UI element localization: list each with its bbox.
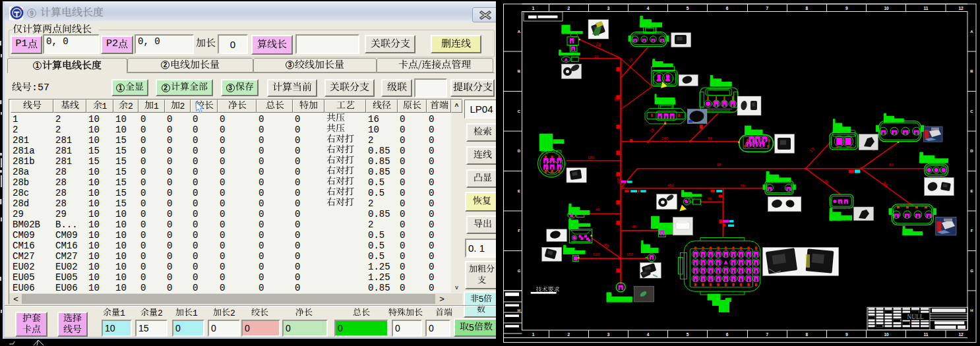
svg-text:12: 12	[958, 6, 964, 11]
svg-text:D: D	[518, 149, 521, 153]
svg-text:12: 12	[958, 332, 964, 337]
svg-text:8: 8	[806, 6, 809, 11]
svg-text:8: 8	[806, 332, 809, 337]
svg-text:4: 4	[647, 6, 650, 11]
svg-text:6: 6	[726, 6, 729, 11]
svg-text:9: 9	[845, 6, 848, 11]
svg-text:78: 78	[707, 197, 712, 201]
svg-text:C: C	[518, 109, 521, 113]
svg-text:240: 240	[661, 136, 669, 140]
svg-text:98: 98	[717, 163, 721, 167]
svg-text:4: 4	[647, 332, 650, 337]
svg-text:46: 46	[596, 208, 600, 212]
svg-text:11: 11	[923, 332, 928, 337]
svg-text:G: G	[970, 269, 973, 273]
svg-text:E: E	[518, 189, 520, 193]
svg-text:78: 78	[740, 184, 745, 188]
svg-text:5: 5	[687, 332, 689, 337]
svg-text:B: B	[518, 69, 521, 73]
svg-text:11: 11	[923, 6, 928, 11]
svg-text:10: 10	[594, 55, 599, 59]
svg-text:9: 9	[845, 332, 848, 337]
svg-text:5: 5	[687, 6, 689, 11]
svg-text:A: A	[970, 30, 973, 34]
svg-text:H: H	[518, 308, 520, 312]
svg-text:G: G	[518, 269, 521, 273]
svg-text:B: B	[970, 69, 973, 73]
svg-text:150: 150	[627, 252, 634, 256]
svg-text:6: 6	[726, 332, 729, 337]
svg-text:3: 3	[607, 332, 610, 337]
svg-text:84: 84	[708, 136, 712, 140]
svg-text:H: H	[970, 308, 973, 312]
svg-text:D: D	[970, 149, 973, 153]
svg-text:10: 10	[884, 6, 889, 11]
svg-text:20: 20	[617, 178, 621, 183]
svg-text:A: A	[518, 30, 521, 34]
svg-text:1: 1	[532, 332, 535, 337]
svg-text:2: 2	[568, 6, 570, 11]
svg-text:460: 460	[667, 183, 675, 187]
svg-text:180: 180	[588, 156, 595, 159]
svg-text:2: 2	[568, 332, 570, 337]
svg-text:7: 7	[766, 332, 768, 337]
svg-text:48: 48	[632, 225, 636, 229]
svg-text:E: E	[970, 189, 973, 193]
svg-text:3: 3	[607, 6, 610, 11]
svg-text:110: 110	[593, 252, 599, 256]
svg-text:84: 84	[889, 163, 894, 167]
svg-text:7: 7	[766, 6, 768, 11]
svg-text:F: F	[971, 229, 973, 233]
svg-text:1: 1	[532, 6, 535, 11]
svg-text:F: F	[518, 229, 520, 233]
svg-text:10: 10	[884, 332, 889, 337]
svg-text:C: C	[970, 109, 973, 113]
svg-text:38: 38	[614, 96, 619, 101]
svg-text:NULL: NULL	[907, 314, 924, 320]
